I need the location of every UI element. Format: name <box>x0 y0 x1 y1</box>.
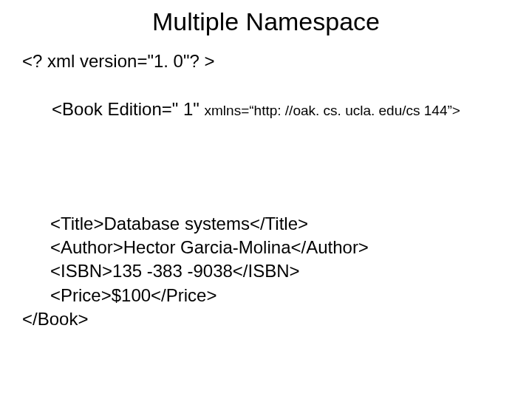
code-text-book: <Book Edition=" 1" <box>52 99 205 119</box>
code-line-book-open: <Book Edition=" 1" xmlns=“http: //oak. c… <box>22 73 510 145</box>
code-line-isbn: <ISBN>135 -383 -9038</ISBN> <box>22 259 510 283</box>
code-line-author: <Author>Hector Garcia-Molina</Author> <box>22 236 510 259</box>
code-line-price: <Price>$100</Price> <box>22 284 510 307</box>
slide: Multiple Namespace <? xml version="1. 0"… <box>0 0 532 399</box>
code-line-title: <Title>Database systems</Title> <box>22 212 510 236</box>
slide-title: Multiple Namespace <box>22 7 510 36</box>
code-line-book-close: </Book> <box>22 307 510 331</box>
code-line-xmldecl: <? xml version="1. 0"? > <box>22 50 510 73</box>
code-block: <? xml version="1. 0"? > <Book Edition="… <box>22 50 510 332</box>
code-body: <Title>Database systems</Title> <Author>… <box>22 212 510 332</box>
code-text-xmlns: xmlns=“http: //oak. cs. ucla. edu/cs 144… <box>205 103 460 118</box>
